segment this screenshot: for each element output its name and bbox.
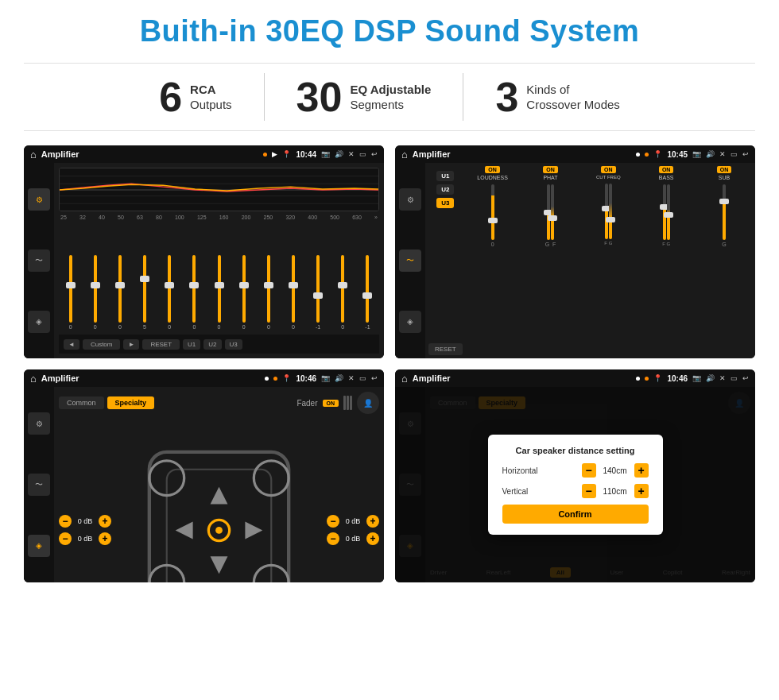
eq-slider-5[interactable]: 0 [158, 255, 181, 330]
stat-rca: 6 RCA Outputs [127, 76, 263, 118]
speaker-btn-2[interactable]: ◈ [399, 311, 421, 333]
vertical-control: − 110cm + [582, 484, 649, 498]
vertical-value: 110cm [599, 487, 631, 496]
fader-main: Common Specialty Fader ON 👤 [54, 387, 384, 582]
prev-btn[interactable]: ◄ [64, 339, 79, 350]
db-control-4: − 0 dB + [327, 532, 379, 545]
status-dot-4b [645, 377, 649, 381]
page-wrapper: Buith-in 30EQ DSP Sound System 6 RCA Out… [0, 0, 779, 700]
plus-btn-4[interactable]: + [366, 532, 379, 545]
speaker-btn-3[interactable]: ◈ [28, 535, 50, 557]
status-dot-1 [263, 153, 267, 157]
eq-slider-2[interactable]: 0 [83, 255, 107, 330]
u3-btn[interactable]: U3 [225, 339, 242, 350]
bass-sliders [663, 184, 670, 240]
phat-on[interactable]: ON [543, 166, 558, 173]
eq-slider-3[interactable]: 0 [108, 255, 131, 330]
custom-btn[interactable]: Custom [83, 339, 121, 350]
loudness-on[interactable]: ON [485, 166, 500, 173]
common-tab[interactable]: Common [59, 396, 104, 409]
status-icons-1: ▶ [272, 150, 277, 158]
confirm-button[interactable]: Confirm [502, 505, 649, 524]
specialty-tab[interactable]: Specialty [107, 396, 155, 409]
db-value-4: 0 dB [342, 535, 364, 543]
sub-on[interactable]: ON [717, 166, 732, 173]
side-panel-3: ⚙ 〜 ◈ [24, 387, 54, 582]
pin-icon-3: 📍 [282, 374, 291, 382]
stat-rca-label: RCA Outputs [190, 82, 232, 113]
wave-btn[interactable]: 〜 [28, 249, 50, 272]
fader-on-badge[interactable]: ON [323, 400, 339, 407]
x-icon-3: ✕ [348, 374, 355, 382]
time-2: 10:45 [667, 150, 688, 159]
screen1-body: ⚙ 〜 ◈ [24, 163, 384, 358]
loudness-col: ON LOUDNESS 0 [465, 166, 521, 355]
screen3-body: ⚙ 〜 ◈ Common Specialty Fader ON [24, 387, 384, 582]
eq-slider-6[interactable]: 0 [183, 255, 206, 330]
eq-slider-11[interactable]: -1 [307, 255, 330, 330]
eq-slider-8[interactable]: 0 [232, 255, 255, 330]
horizontal-plus[interactable]: + [634, 463, 649, 478]
status-dot-2b [645, 153, 649, 157]
screen-distance: ⌂ Amplifier 📍 10:46 📷 🔊 ✕ ▭ ↩ ⚙ 〜 ◈ [395, 369, 755, 582]
u2-btn-2[interactable]: U2 [436, 184, 454, 195]
u1-btn-2[interactable]: U1 [436, 171, 454, 181]
eq-slider-10[interactable]: 0 [281, 255, 304, 330]
home-icon-3: ⌂ [30, 373, 37, 385]
eq-slider-12[interactable]: 0 [331, 255, 355, 330]
cutfreq-col: ON CUT FREQ F G [580, 166, 636, 355]
vertical-minus[interactable]: − [582, 484, 596, 498]
reset-btn-1[interactable]: RESET [142, 339, 180, 350]
speaker-btn[interactable]: ◈ [28, 311, 50, 333]
plus-btn-3[interactable]: + [366, 515, 379, 528]
app-name-1: Amplifier [41, 149, 259, 159]
wave-btn-2[interactable]: 〜 [399, 249, 421, 272]
home-icon-2: ⌂ [401, 149, 408, 160]
status-bar-4: ⌂ Amplifier 📍 10:46 📷 🔊 ✕ ▭ ↩ [395, 369, 755, 387]
eq-slider-9[interactable]: 0 [257, 255, 280, 330]
screen-crossover: ⌂ Amplifier 📍 10:45 📷 🔊 ✕ ▭ ↩ ⚙ 〜 ◈ [395, 145, 755, 358]
plus-btn-1[interactable]: + [99, 515, 111, 528]
channel-selector: U1 U2 U3 RESET [428, 166, 463, 355]
eq-mode-btn[interactable]: ⚙ [28, 188, 50, 211]
left-controls: − 0 dB + − 0 dB + [59, 417, 111, 582]
db-control-2: − 0 dB + [59, 532, 111, 545]
u3-btn-2[interactable]: U3 [436, 198, 454, 208]
cutfreq-on[interactable]: ON [601, 166, 616, 173]
back-icon-1: ↩ [371, 150, 378, 158]
eq-slider-4[interactable]: 5 [133, 255, 156, 330]
x-icon-1: ✕ [348, 150, 355, 158]
eq-slider-1[interactable]: 0 [59, 255, 82, 330]
play-btn[interactable]: ► [123, 339, 139, 350]
eq-slider-7[interactable]: 0 [207, 255, 231, 330]
minus-btn-2[interactable]: − [59, 532, 72, 545]
stat-eq-label: EQ Adjustable Segments [350, 82, 431, 113]
stat-eq-number: 30 [296, 76, 343, 118]
u2-btn[interactable]: U2 [203, 339, 221, 350]
db-control-1: − 0 dB + [59, 515, 111, 528]
screen-icon-4: ▭ [731, 374, 738, 382]
svg-marker-14 [211, 487, 228, 505]
eq-mode-btn-3[interactable]: ⚙ [28, 412, 50, 435]
minus-btn-1[interactable]: − [59, 515, 72, 528]
eq-graph-svg [60, 168, 378, 211]
horizontal-minus[interactable]: − [582, 463, 596, 478]
camera-icon-1: 📷 [321, 150, 330, 158]
u1-btn[interactable]: U1 [183, 339, 200, 350]
status-dot-4a [636, 377, 640, 381]
eq-slider-13[interactable]: -1 [356, 255, 379, 330]
bass-on[interactable]: ON [659, 166, 674, 173]
vertical-plus[interactable]: + [634, 484, 649, 498]
fader-label: Fader [296, 399, 317, 408]
reset-btn-2[interactable]: RESET [428, 343, 463, 355]
app-name-2: Amplifier [413, 149, 632, 159]
minus-btn-4[interactable]: − [327, 532, 339, 545]
horizontal-control: − 140cm + [582, 463, 649, 478]
vol-icon-3: 🔊 [335, 374, 343, 382]
side-panel-1: ⚙ 〜 ◈ [24, 163, 54, 358]
plus-btn-2[interactable]: + [99, 532, 111, 545]
minus-btn-3[interactable]: − [327, 515, 339, 528]
sub-slider [723, 184, 726, 240]
eq-mode-btn-2[interactable]: ⚙ [399, 188, 421, 211]
wave-btn-3[interactable]: 〜 [28, 474, 50, 496]
